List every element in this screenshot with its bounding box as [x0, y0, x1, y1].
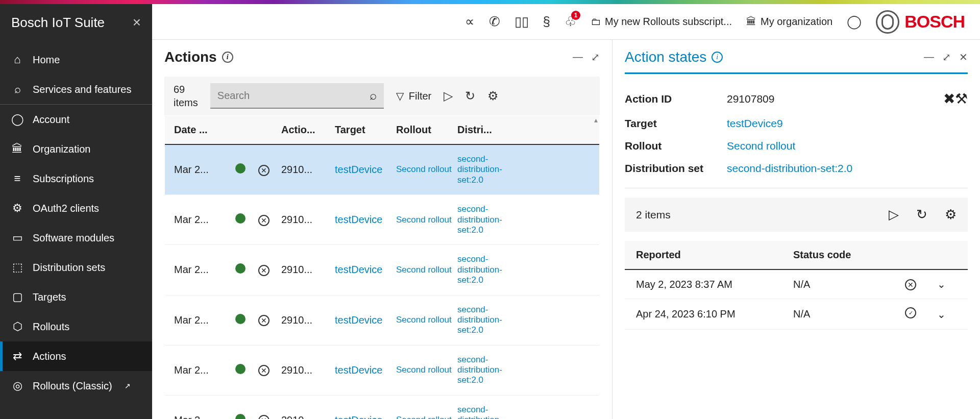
- play-icon[interactable]: ▷: [889, 207, 899, 223]
- expand-icon[interactable]: ⤢: [591, 51, 600, 63]
- sidebar-item-home[interactable]: ⌂Home: [0, 45, 152, 75]
- search-input[interactable]: ⌕: [210, 83, 384, 109]
- status-dot-icon: [235, 163, 246, 174]
- refresh-icon[interactable]: ↻: [916, 207, 927, 223]
- external-link-icon: ↗: [125, 382, 131, 390]
- table-row[interactable]: May 2, 2023 8:37 AMN/A✕⌄: [625, 270, 968, 299]
- table-row[interactable]: Mar 2...✕2910...testDeviceSecond rollout…: [165, 346, 599, 396]
- rollout-link[interactable]: Second rollout: [396, 265, 457, 275]
- sidebar-item-services[interactable]: ⌕Services and features: [0, 75, 152, 105]
- info-icon[interactable]: i: [712, 52, 723, 63]
- actions-toolbar: 69 items ⌕ ▽Filter ▷ ↻ ⚙: [164, 77, 600, 115]
- distribution-link[interactable]: second-distribution-set:2.0: [457, 154, 511, 185]
- sidebar-item-rollouts-classic[interactable]: ◎Rollouts (Classic)↗: [0, 371, 152, 401]
- error-icon: ✕: [905, 279, 916, 290]
- table-row[interactable]: Mar 2...✕2910...testDeviceSecond rollout…: [165, 195, 599, 245]
- sidebar-item-software-modules[interactable]: ▭Software modules: [0, 223, 152, 253]
- cell-action-id: 2910...: [281, 164, 335, 176]
- user-icon[interactable]: ◯: [847, 14, 862, 30]
- rollout-link[interactable]: Second rollout: [396, 365, 457, 375]
- cancel-icon[interactable]: ✕: [258, 265, 270, 276]
- table-row[interactable]: Mar 2...✕2910...testDeviceSecond rollout…: [165, 295, 599, 346]
- close-icon[interactable]: ✕: [959, 51, 968, 63]
- cell-date: Mar 2...: [174, 214, 235, 226]
- box-icon: ⬚: [11, 261, 23, 274]
- org-icon: 🏛: [746, 16, 756, 28]
- states-count: 2 items: [636, 209, 671, 221]
- chevron-down-icon[interactable]: ⌄: [926, 278, 957, 290]
- target-link[interactable]: testDevice: [335, 264, 396, 276]
- cell-status: N/A: [793, 308, 895, 320]
- sidebar-item-distribution-sets[interactable]: ⬚Distribution sets: [0, 253, 152, 282]
- target-link[interactable]: testDevice: [335, 414, 396, 419]
- play-icon[interactable]: ▷: [444, 89, 453, 103]
- filter-button[interactable]: ▽Filter: [396, 90, 431, 102]
- distribution-link[interactable]: second-distribution-set:2.0: [457, 254, 511, 285]
- subscriptions-icon: ≡: [11, 172, 23, 185]
- cancel-icon[interactable]: ✕: [258, 415, 270, 419]
- close-sidebar-icon[interactable]: ×: [133, 14, 141, 31]
- cancel-icon[interactable]: ✕: [258, 315, 270, 326]
- rollout-link[interactable]: Second rollout: [396, 215, 457, 225]
- refresh-icon[interactable]: ↻: [465, 89, 475, 103]
- sidebar-item-rollouts[interactable]: ⬡Rollouts: [0, 312, 152, 341]
- settings-icon[interactable]: ⚙: [487, 89, 499, 103]
- distribution-link[interactable]: second-distribution-set:2.0: [457, 305, 511, 336]
- distribution-link[interactable]: second-distribution-set:2.0: [457, 355, 511, 386]
- minimize-icon[interactable]: —: [924, 51, 934, 63]
- cell-action-id: 2910...: [281, 264, 335, 276]
- distribution-link[interactable]: second-distribution-set:2.0: [727, 162, 852, 175]
- rollout-link[interactable]: Second rollout: [727, 140, 795, 152]
- search-icon: ⌕: [11, 83, 23, 96]
- filter-icon: ▽: [396, 90, 404, 102]
- status-dot-icon: [235, 414, 246, 419]
- bell-icon[interactable]: ♧1: [565, 14, 576, 30]
- target-link[interactable]: testDevice9: [727, 117, 783, 130]
- scroll-up-icon[interactable]: ▴: [594, 116, 602, 124]
- table-header: Date ... Actio... Target Rollout Distri.…: [165, 116, 599, 145]
- status-dot-icon: [235, 263, 246, 274]
- minimize-icon[interactable]: —: [573, 51, 583, 63]
- sidebar-item-subscriptions[interactable]: ≡Subscriptions: [0, 164, 152, 193]
- rollout-link[interactable]: Second rollout: [396, 315, 457, 325]
- cell-date: Mar 2...: [174, 264, 235, 276]
- distribution-link[interactable]: second-distribution-set:2.0: [457, 204, 511, 235]
- chevron-down-icon[interactable]: ⌄: [926, 308, 957, 321]
- search-field[interactable]: [217, 90, 364, 102]
- sidebar-item-oauth[interactable]: ⚙OAuth2 clients: [0, 193, 152, 223]
- notification-badge: 1: [571, 11, 580, 20]
- classic-icon: ◎: [11, 379, 23, 392]
- settings-icon[interactable]: ⚙: [945, 207, 957, 223]
- rollout-link[interactable]: Second rollout: [396, 164, 457, 175]
- sidebar-item-targets[interactable]: ▢Targets: [0, 282, 152, 312]
- paragraph-icon[interactable]: §: [543, 14, 550, 30]
- sidebar-item-organization[interactable]: 🏛Organization: [0, 134, 152, 164]
- sidebar-item-account[interactable]: ◯Account: [0, 105, 152, 134]
- tools-icon[interactable]: ✖⚒: [943, 90, 968, 107]
- organization-selector[interactable]: 🏛My organization: [746, 16, 832, 28]
- sidebar-item-actions[interactable]: ⇄Actions: [0, 341, 152, 371]
- table-row[interactable]: Mar 2...✕2910...testDeviceSecond rollout…: [165, 145, 599, 195]
- rollout-link[interactable]: Second rollout: [396, 415, 457, 419]
- table-row[interactable]: Mar 2...✕2910...testDeviceSecond rollout…: [165, 245, 599, 295]
- distribution-link[interactable]: second-distribution-set:2.0: [457, 405, 511, 419]
- subscription-selector[interactable]: 🗀My new Rollouts subscript...: [591, 16, 732, 28]
- gear-icon: ⚙: [11, 202, 23, 215]
- table-row[interactable]: Mar 2...✕2910...testDeviceSecond rollout…: [165, 396, 599, 419]
- action-states-title: Action statesi: [625, 49, 723, 65]
- table-row[interactable]: Apr 24, 2023 6:10 PMN/A⌄: [625, 299, 968, 330]
- target-link[interactable]: testDevice: [335, 164, 396, 176]
- target-link[interactable]: testDevice: [335, 214, 396, 226]
- cancel-icon[interactable]: ✕: [258, 215, 270, 226]
- book-icon[interactable]: ▯▯: [514, 14, 529, 30]
- action-id-value: 29107809: [727, 93, 774, 105]
- cancel-icon[interactable]: ✕: [258, 165, 270, 176]
- info-icon[interactable]: i: [222, 52, 233, 63]
- share-icon[interactable]: ∝: [465, 14, 475, 30]
- search-icon[interactable]: ⌕: [370, 88, 377, 103]
- target-link[interactable]: testDevice: [335, 314, 396, 326]
- phone-icon[interactable]: ✆: [489, 14, 500, 30]
- cancel-icon[interactable]: ✕: [258, 365, 270, 376]
- target-link[interactable]: testDevice: [335, 364, 396, 376]
- expand-icon[interactable]: ⤢: [942, 51, 951, 63]
